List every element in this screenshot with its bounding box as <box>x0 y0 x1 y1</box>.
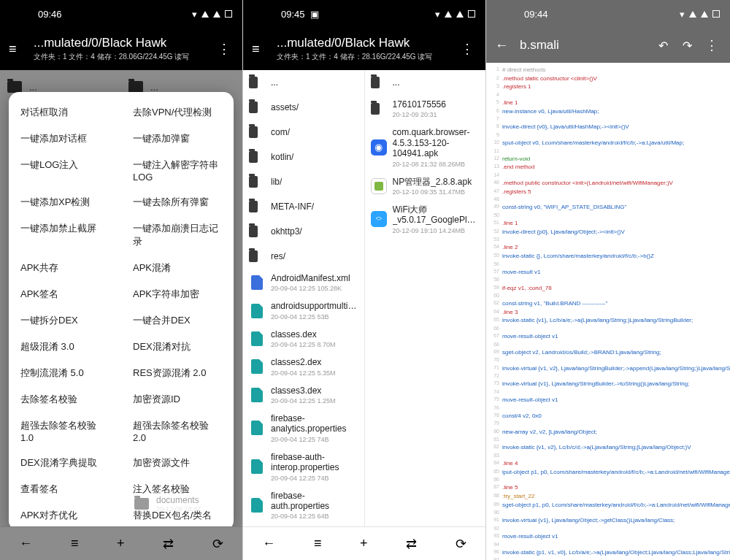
add-icon[interactable]: + <box>117 536 125 551</box>
code-editor[interactable]: 1# direct methods2.method static constru… <box>486 63 730 560</box>
code-line[interactable]: 79 <box>488 420 730 427</box>
overflow-icon[interactable]: ⋮ <box>702 37 721 53</box>
popup-item[interactable]: 去除VPN/代理检测 <box>121 99 234 126</box>
code-line[interactable]: 55invoke-static {}, Lcom/share/masterkey… <box>488 252 730 261</box>
file-row[interactable]: okhttp3/ <box>243 219 364 244</box>
code-line[interactable]: 46.method public constructor <init>(Land… <box>488 179 730 188</box>
popup-item[interactable]: 一键LOG注入 <box>9 152 121 189</box>
popup-item[interactable]: 超强去除签名校验1.0 <box>9 413 121 450</box>
code-line[interactable]: 82invoke-static {v1, v2}, Lc/b/c/d;->a(L… <box>488 443 730 452</box>
popup-item[interactable]: APK共存 <box>9 255 121 281</box>
code-line[interactable]: 51.line 1 <box>488 219 730 228</box>
code-line[interactable]: 68 <box>488 341 730 348</box>
popup-item[interactable]: RES资源混淆 2.0 <box>121 360 234 386</box>
code-line[interactable]: 1# direct methods <box>488 66 730 74</box>
file-row[interactable]: androidsupportmultidexversion.txt20-09-0… <box>243 296 364 324</box>
overflow-icon[interactable]: ⋮ <box>215 41 234 57</box>
code-line[interactable]: 49const-string v0, "WIFI_AP_STATE_DISABL… <box>488 203 730 212</box>
code-line[interactable]: 93move-result-object v1 <box>488 532 730 541</box>
code-line[interactable]: 10sput-object v0, Lcom/share/masterkey/a… <box>488 139 730 147</box>
code-line[interactable]: 67move-result-object v1 <box>488 332 730 341</box>
file-row[interactable]: 1761017555620-12-09 20:31 <box>365 95 486 123</box>
back-arrow-icon[interactable]: ← <box>495 38 515 53</box>
file-row[interactable]: ⌔WiFi大师_v5.0.17_GooglePlay(1).apk20-12-0… <box>365 200 486 239</box>
overflow-icon[interactable]: ⋮ <box>458 41 477 57</box>
file-row[interactable]: ◉com.quark.browser-4.5.3.153-120-104941.… <box>365 123 486 172</box>
back-icon[interactable]: ← <box>19 536 32 551</box>
code-line[interactable]: 78const/4 v2, 0x0 <box>488 412 730 421</box>
code-line[interactable]: 2.method static constructor <clinit>()V <box>488 74 730 83</box>
code-line[interactable]: 59if-eqz v1, :cond_78 <box>488 284 730 293</box>
popup-item[interactable]: 去除签名校验 <box>9 386 121 413</box>
popup-item[interactable]: 超级混淆 3.0 <box>9 334 121 360</box>
file-row[interactable]: classes2.dex20-09-04 12:25 5.35M <box>243 353 364 380</box>
popup-item[interactable]: APK对齐优化 <box>9 502 121 529</box>
code-line[interactable]: 87.line 5 <box>488 483 730 492</box>
code-line[interactable]: 89sget-object p1, p0, Lcom/share/masterk… <box>488 501 730 510</box>
code-line[interactable]: 70 <box>488 356 730 364</box>
code-line[interactable]: 96invoke-static {p1, v1, v0}, Lc/b/a/e;-… <box>488 548 730 557</box>
code-line[interactable]: 86 <box>488 476 730 483</box>
popup-item[interactable]: 一键去除所有弹窗 <box>121 189 234 215</box>
popup-item[interactable]: 一键添加弹窗 <box>121 126 234 152</box>
swap-icon[interactable]: ⇄ <box>163 536 174 552</box>
code-line[interactable]: 81 <box>488 436 730 443</box>
code-line[interactable]: 50 <box>488 212 730 219</box>
file-row[interactable]: ... <box>365 70 486 95</box>
code-line[interactable]: 64.line 3 <box>488 308 730 317</box>
code-line[interactable]: 75move-result-object v1 <box>488 396 730 404</box>
code-line[interactable]: 97 <box>488 556 730 560</box>
code-line[interactable]: 83 <box>488 452 730 459</box>
code-line[interactable]: 69sget-object v2, Landroid/os/Build;->BR… <box>488 348 730 357</box>
code-line[interactable]: 5.line 1 <box>488 99 730 107</box>
refresh-icon[interactable]: ⟳ <box>212 536 223 552</box>
code-line[interactable]: 94 <box>488 541 730 548</box>
code-line[interactable]: 13.end method <box>488 163 730 172</box>
file-row[interactable]: res/ <box>243 244 364 269</box>
code-line[interactable]: 6new-instance v0, Ljava/util/HashMap; <box>488 107 730 116</box>
popup-item[interactable]: APK签名 <box>9 281 121 307</box>
code-line[interactable]: 73invoke-virtual {v1}, Ljava/lang/String… <box>488 380 730 388</box>
code-line[interactable]: 65invoke-static {v1}, Lc/b/a/e;->a(Ljava… <box>488 316 730 325</box>
popup-item[interactable]: 加密资源ID <box>121 386 234 413</box>
code-line[interactable]: 54.line 2 <box>488 243 730 252</box>
code-line[interactable]: 80new-array v2, v2, [Ljava/lang/Object; <box>488 428 730 437</box>
code-line[interactable]: 8invoke-direct {v0}, Ljava/util/HashMap;… <box>488 123 730 131</box>
popup-item[interactable]: 一键添加崩溃日志记录 <box>121 215 234 255</box>
code-line[interactable]: 4 <box>488 91 730 99</box>
code-line[interactable]: 7 <box>488 115 730 123</box>
popup-item[interactable]: 一键添加对话框 <box>9 126 121 152</box>
code-line[interactable]: 85iput-object p1, p0, Lcom/share/masterk… <box>488 468 730 477</box>
file-row[interactable]: firebase-auth-interop.properties20-09-04… <box>243 448 364 486</box>
code-line[interactable]: 48 <box>488 196 730 203</box>
code-line[interactable]: 88:try_start_22 <box>488 492 730 501</box>
list-icon[interactable]: ≡ <box>314 536 322 551</box>
code-line[interactable]: 92 <box>488 525 730 532</box>
code-line[interactable]: 71invoke-virtual {v1, v2}, Ljava/lang/St… <box>488 364 730 373</box>
file-row[interactable]: com/ <box>243 120 364 145</box>
code-line[interactable]: 91invoke-virtual {v1}, Ljava/lang/Object… <box>488 516 730 525</box>
code-line[interactable]: 9 <box>488 131 730 139</box>
code-line[interactable]: 14 <box>488 172 730 179</box>
file-row[interactable]: firebase-analytics.properties20-09-04 12… <box>243 409 364 448</box>
code-line[interactable]: 3.registers 1 <box>488 83 730 91</box>
code-line[interactable]: 53 <box>488 236 730 243</box>
path-title[interactable]: ...mulated/0/Black Hawk <box>34 36 215 50</box>
code-line[interactable]: 12return-void <box>488 155 730 164</box>
popup-item[interactable]: 一键合并DEX <box>121 307 234 334</box>
file-row[interactable]: classes3.dex20-09-04 12:25 1.25M <box>243 381 364 409</box>
redo-icon[interactable]: ↷ <box>683 39 692 53</box>
popup-item[interactable]: DEX混淆字典提取 <box>9 450 121 476</box>
file-row[interactable]: AndroidManifest.xml20-09-04 12:25 105.28… <box>243 269 364 296</box>
file-row[interactable]: kotlin/ <box>243 145 364 169</box>
back-icon[interactable]: ← <box>262 536 275 551</box>
popup-item[interactable]: 控制流混淆 5.0 <box>9 360 121 386</box>
popup-item[interactable]: 对话框取消 <box>9 99 121 126</box>
path-title[interactable]: ...mulated/0/Black Hawk <box>277 36 458 50</box>
code-line[interactable]: 72 <box>488 372 730 380</box>
undo-icon[interactable]: ↶ <box>658 39 668 53</box>
code-line[interactable]: 11 <box>488 147 730 155</box>
code-line[interactable]: 52invoke-direct {p0}, Ljava/lang/Object;… <box>488 228 730 237</box>
right-column[interactable]: ...1761017555620-12-09 20:31◉com.quark.b… <box>364 70 486 526</box>
file-row[interactable]: lib/ <box>243 169 364 194</box>
